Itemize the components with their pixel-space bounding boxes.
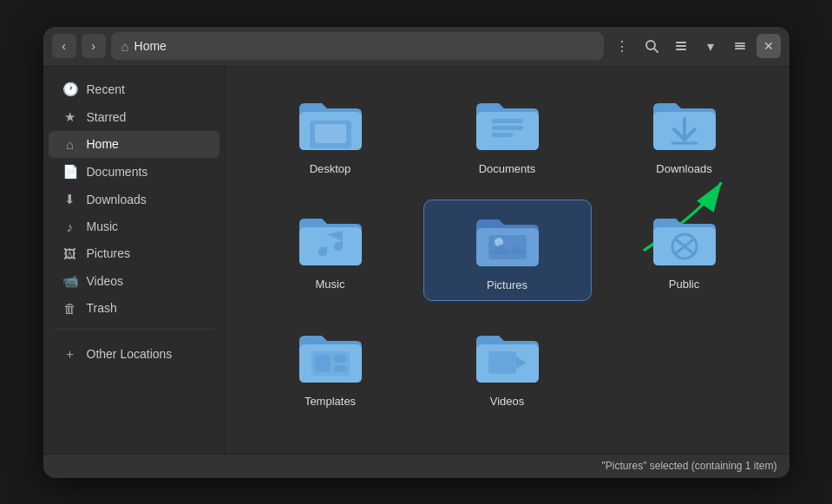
- file-label-public: Public: [669, 278, 699, 291]
- sidebar-divider: [54, 329, 214, 330]
- menu-button[interactable]: [727, 33, 753, 59]
- svg-rect-21: [488, 235, 527, 259]
- file-item-documents[interactable]: Documents: [423, 84, 592, 184]
- back-button[interactable]: ‹: [52, 34, 76, 58]
- file-label-documents: Documents: [479, 162, 536, 175]
- starred-icon: ★: [62, 109, 78, 125]
- statusbar: "Pictures" selected (containing 1 item): [43, 454, 789, 478]
- file-item-music[interactable]: Music: [246, 200, 415, 301]
- videos-icon: 📹: [62, 273, 78, 289]
- folder-icon-documents: [473, 93, 542, 155]
- sidebar-label-other-locations: Other Locations: [87, 347, 173, 361]
- search-icon: [645, 39, 658, 53]
- sidebar-label-trash: Trash: [87, 301, 117, 315]
- svg-rect-29: [334, 365, 346, 372]
- location-text: Home: [134, 39, 167, 53]
- forward-button[interactable]: ›: [82, 34, 106, 58]
- sidebar-label-music: Music: [87, 219, 119, 233]
- svg-rect-6: [735, 45, 745, 47]
- sidebar-item-other-locations[interactable]: ＋ Other Locations: [49, 340, 219, 369]
- trash-icon: 🗑: [62, 301, 78, 316]
- music-icon: ♪: [62, 219, 78, 234]
- svg-rect-15: [492, 133, 513, 137]
- file-item-templates[interactable]: Templates: [246, 317, 415, 416]
- file-label-videos: Videos: [490, 395, 525, 408]
- svg-rect-28: [334, 355, 346, 363]
- sidebar-item-home[interactable]: ⌂ Home: [49, 131, 219, 158]
- file-label-music: Music: [316, 278, 345, 291]
- sidebar-label-pictures: Pictures: [87, 246, 131, 260]
- list-view-button[interactable]: [668, 33, 694, 59]
- more-options-button[interactable]: ⋮: [609, 33, 635, 59]
- svg-rect-14: [492, 126, 523, 130]
- sidebar: 🕐 Recent ★ Starred ⌂ Home 📄 Documents ⬇ …: [43, 67, 226, 454]
- pictures-icon: 🖼: [62, 246, 78, 261]
- svg-rect-27: [315, 355, 331, 372]
- list-view-icon: [674, 39, 688, 53]
- folder-icon-templates: [296, 325, 365, 388]
- folder-icon-pictures: [473, 209, 542, 272]
- sidebar-item-recent[interactable]: 🕐 Recent: [49, 75, 219, 103]
- file-label-downloads: Downloads: [656, 162, 711, 175]
- file-area: Desktop Documents: [226, 67, 789, 454]
- folder-icon-desktop: [296, 93, 365, 155]
- file-item-videos[interactable]: Videos: [423, 317, 592, 416]
- home-icon: ⌂: [121, 39, 129, 54]
- content-area: 🕐 Recent ★ Starred ⌂ Home 📄 Documents ⬇ …: [43, 67, 789, 454]
- documents-icon: 📄: [62, 164, 78, 180]
- folder-icon-music: [296, 208, 365, 271]
- sidebar-item-documents[interactable]: 📄 Documents: [49, 158, 219, 186]
- sidebar-item-downloads[interactable]: ⬇ Downloads: [49, 186, 219, 213]
- sidebar-label-documents: Documents: [87, 165, 148, 179]
- file-item-pictures[interactable]: Pictures: [423, 200, 592, 301]
- sidebar-label-home: Home: [87, 137, 119, 151]
- view-toggle-button[interactable]: ▾: [698, 33, 724, 59]
- file-label-desktop: Desktop: [310, 162, 351, 175]
- titlebar-actions: ⋮ ▾: [609, 33, 781, 59]
- svg-rect-12: [476, 112, 539, 150]
- downloads-icon: ⬇: [62, 192, 78, 207]
- file-item-downloads[interactable]: Downloads: [600, 84, 769, 184]
- sidebar-item-trash[interactable]: 🗑 Trash: [49, 295, 219, 322]
- file-item-desktop[interactable]: Desktop: [246, 84, 415, 184]
- sidebar-item-videos[interactable]: 📹 Videos: [49, 267, 219, 295]
- file-label-pictures: Pictures: [487, 278, 527, 291]
- hamburger-icon: [733, 39, 747, 53]
- svg-rect-3: [676, 45, 686, 47]
- file-grid: Desktop Documents: [246, 84, 769, 416]
- svg-rect-5: [735, 43, 745, 44]
- folder-icon-videos: [473, 325, 542, 388]
- svg-rect-31: [488, 351, 516, 374]
- recent-icon: 🕐: [62, 82, 78, 97]
- svg-rect-7: [735, 48, 745, 49]
- file-manager-window: ‹ › ⌂ Home ⋮ ▾: [43, 27, 789, 478]
- sidebar-item-pictures[interactable]: 🖼 Pictures: [49, 240, 219, 267]
- sidebar-item-starred[interactable]: ★ Starred: [49, 103, 219, 131]
- file-item-public[interactable]: Public: [600, 200, 769, 301]
- status-text: "Pictures" selected (containing 1 item): [602, 460, 777, 472]
- svg-rect-11: [315, 124, 346, 143]
- folder-icon-public: [650, 208, 719, 271]
- other-locations-icon: ＋: [62, 346, 78, 363]
- home-sidebar-icon: ⌂: [62, 137, 78, 152]
- svg-rect-19: [299, 227, 362, 265]
- svg-rect-4: [676, 49, 686, 50]
- file-label-templates: Templates: [305, 395, 356, 408]
- sidebar-item-music[interactable]: ♪ Music: [49, 213, 219, 240]
- folder-icon-downloads: [650, 93, 719, 155]
- sidebar-label-recent: Recent: [87, 82, 125, 96]
- location-bar: ⌂ Home: [111, 32, 604, 60]
- sidebar-label-downloads: Downloads: [87, 193, 147, 206]
- titlebar: ‹ › ⌂ Home ⋮ ▾: [43, 27, 789, 67]
- sidebar-label-starred: Starred: [87, 110, 127, 124]
- sidebar-label-videos: Videos: [87, 274, 124, 288]
- svg-line-1: [654, 49, 658, 52]
- search-button[interactable]: [639, 33, 665, 59]
- close-button[interactable]: ✕: [757, 34, 781, 58]
- svg-rect-2: [676, 42, 686, 43]
- svg-rect-13: [492, 119, 523, 123]
